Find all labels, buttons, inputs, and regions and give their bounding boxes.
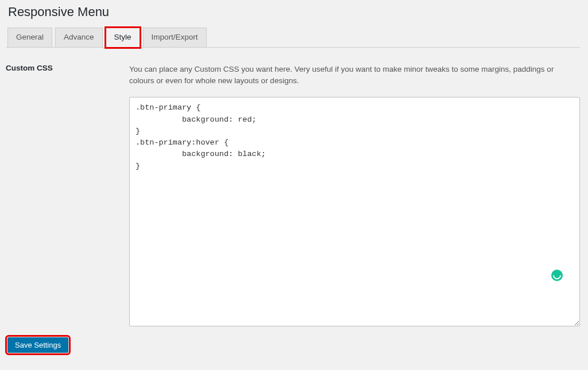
page-title: Responsive Menu	[8, 5, 580, 20]
custom-css-description: You can place any Custom CSS you want he…	[129, 64, 580, 87]
form-area: Custom CSS You can place any Custom CSS …	[6, 48, 580, 329]
save-settings-button[interactable]: Save Settings	[7, 337, 68, 353]
tab-advance[interactable]: Advance	[55, 28, 103, 47]
tab-import-export[interactable]: Import/Export	[143, 28, 207, 47]
tab-general[interactable]: General	[7, 28, 52, 47]
field-content-col: You can place any Custom CSS you want he…	[129, 64, 580, 329]
custom-css-label: Custom CSS	[6, 64, 129, 72]
tab-row: General Advance Style Import/Export	[6, 28, 580, 48]
custom-css-textarea[interactable]	[129, 97, 580, 326]
field-label-col: Custom CSS	[6, 64, 129, 329]
tab-style[interactable]: Style	[106, 28, 140, 48]
